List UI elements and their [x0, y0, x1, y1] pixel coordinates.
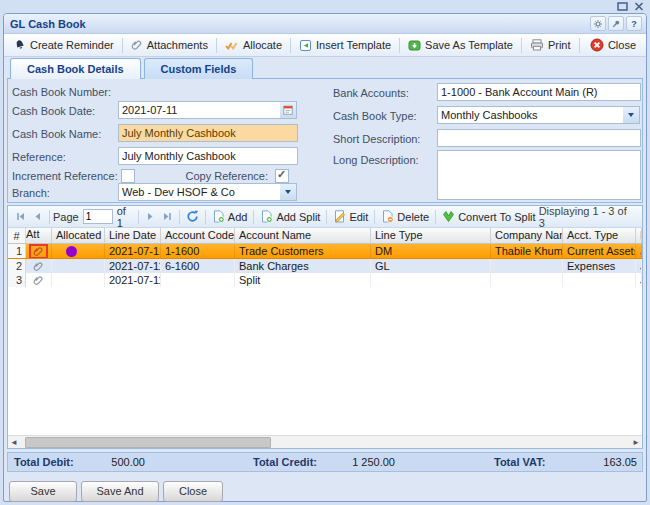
next-page-button[interactable] [142, 210, 159, 223]
last-page-button[interactable] [159, 210, 176, 223]
scroll-left-arrow[interactable]: ◄ [8, 438, 20, 447]
column-header-reference[interactable]: Reference [636, 228, 642, 243]
account-code-cell: 1-1600 [161, 244, 235, 258]
column-header-account-code[interactable]: Account Code [161, 228, 235, 243]
insert-template-button[interactable]: Insert Template [294, 37, 396, 54]
date-picker-button[interactable] [280, 101, 297, 119]
short-description-input[interactable] [437, 129, 641, 147]
increment-reference-label: Increment Reference: [12, 170, 118, 182]
refresh-icon [186, 210, 199, 223]
convert-to-split-button[interactable]: Convert To Split [439, 209, 538, 224]
toolbar-separator [290, 38, 291, 53]
column-header-att[interactable]: Att [26, 228, 52, 243]
column-header-allocated[interactable]: Allocated [52, 228, 105, 243]
panel-header-tools: ? [590, 16, 646, 31]
add-split-button[interactable]: Add Split [257, 209, 323, 224]
paperclip-icon [33, 261, 44, 272]
grid-toolbar: Page of 1 Add Add Split Edit [8, 206, 642, 228]
convert-to-split-label: Convert To Split [458, 211, 535, 223]
line-date-cell: 2021-07-11 [105, 273, 161, 287]
attachment-cell[interactable] [26, 259, 52, 273]
line-type-cell: GL [371, 259, 491, 273]
cash-book-type-combobox[interactable] [437, 106, 624, 124]
prev-page-icon [32, 211, 43, 222]
close-footer-button[interactable]: Close [163, 481, 223, 502]
print-label: Print [548, 39, 571, 51]
create-reminder-button[interactable]: Create Reminder [9, 37, 119, 53]
paperclip-icon [33, 275, 44, 286]
table-row[interactable]: 2 2021-07-11 6-1600 Bank Charges GL Expe… [8, 259, 642, 273]
scrollbar-thumb[interactable] [25, 437, 271, 448]
branch-dropdown-button[interactable] [280, 183, 297, 201]
red-close-icon [590, 38, 604, 52]
delete-label: Delete [397, 211, 429, 223]
copy-reference-checkbox[interactable] [275, 169, 289, 183]
paperclip-icon [33, 246, 44, 257]
allocate-button[interactable]: Allocate [220, 37, 287, 53]
create-reminder-label: Create Reminder [30, 39, 114, 51]
increment-reference-checkbox[interactable] [121, 169, 135, 183]
pin-button[interactable] [608, 16, 624, 31]
cash-book-name-input[interactable] [118, 124, 298, 142]
column-header-line-type[interactable]: Line Type [371, 228, 491, 243]
account-name-cell: Split [235, 273, 371, 287]
total-debit-value: 500.00 [85, 456, 145, 468]
company-name-cell: Thabile Khumalo [491, 244, 563, 258]
insert-template-icon [299, 39, 312, 52]
toolbar-separator [579, 38, 580, 53]
refresh-button[interactable] [183, 209, 202, 224]
save-button[interactable]: Save [9, 481, 77, 502]
delete-button[interactable]: Delete [378, 209, 432, 224]
company-name-cell [491, 273, 563, 287]
window-close-button[interactable] [632, 1, 646, 12]
column-header-num[interactable]: # [8, 228, 26, 243]
help-button[interactable]: ? [626, 16, 642, 31]
attachment-cell[interactable] [26, 244, 52, 258]
gl-cash-book-window: { "panel": { "title": "GL Cash Book" }, … [0, 0, 650, 505]
column-header-company-name[interactable]: Company Name [491, 228, 563, 243]
cash-book-date-input[interactable] [118, 101, 281, 119]
add-button[interactable]: Add [209, 209, 251, 224]
edit-button[interactable]: Edit [330, 209, 371, 224]
long-description-textarea[interactable] [437, 150, 641, 200]
paperclip-icon [131, 39, 143, 51]
line-type-cell: DM [371, 244, 491, 258]
attachment-cell[interactable] [26, 273, 52, 287]
table-row[interactable]: 3 2021-07-11 Split July Monthly Cashbook [8, 273, 642, 287]
horizontal-scrollbar[interactable]: ◄ ► [8, 435, 642, 448]
acct-type-cell: Current Assets [563, 244, 636, 258]
prev-page-button[interactable] [29, 210, 46, 223]
close-button[interactable]: Close [585, 36, 641, 54]
tab-cash-book-details[interactable]: Cash Book Details [10, 58, 141, 79]
toolbar-separator [399, 38, 400, 53]
bank-accounts-input[interactable] [437, 83, 641, 101]
column-header-line-date[interactable]: Line Date [105, 228, 161, 243]
gear-button[interactable] [590, 16, 606, 31]
maximize-icon [617, 2, 628, 11]
panel-header: GL Cash Book ? [4, 14, 646, 34]
attachments-button[interactable]: Attachments [126, 37, 213, 53]
branch-combobox[interactable] [118, 183, 281, 201]
scrollbar-track[interactable] [20, 436, 630, 448]
first-page-button[interactable] [12, 210, 29, 223]
save-as-template-button[interactable]: Save As Template [403, 37, 518, 54]
total-credit-value: 1 250.00 [315, 456, 395, 468]
cash-book-type-dropdown-button[interactable] [623, 106, 640, 124]
reference-input[interactable] [118, 147, 298, 165]
print-button[interactable]: Print [525, 37, 576, 53]
cash-book-name-label: Cash Book Name: [12, 128, 101, 140]
attachments-label: Attachments [147, 39, 208, 51]
totals-bar: Total Debit: 500.00 Total Credit: 1 250.… [7, 452, 643, 472]
page-number-input[interactable] [83, 209, 113, 224]
add-split-icon [260, 210, 273, 223]
save-and-close-button[interactable]: Save And Close [81, 481, 159, 502]
add-icon [212, 210, 225, 223]
window-maximize-button[interactable] [615, 1, 629, 12]
table-row[interactable]: 1 2021-07-12 1-1600 Trade Customers DM T… [8, 244, 642, 259]
scroll-right-arrow[interactable]: ► [630, 438, 642, 447]
last-page-icon [162, 211, 173, 222]
tab-custom-fields[interactable]: Custom Fields [144, 58, 254, 79]
column-header-account-name[interactable]: Account Name [235, 228, 371, 243]
allocated-cell [52, 244, 105, 258]
column-header-acct-type[interactable]: Acct. Type [563, 228, 636, 243]
